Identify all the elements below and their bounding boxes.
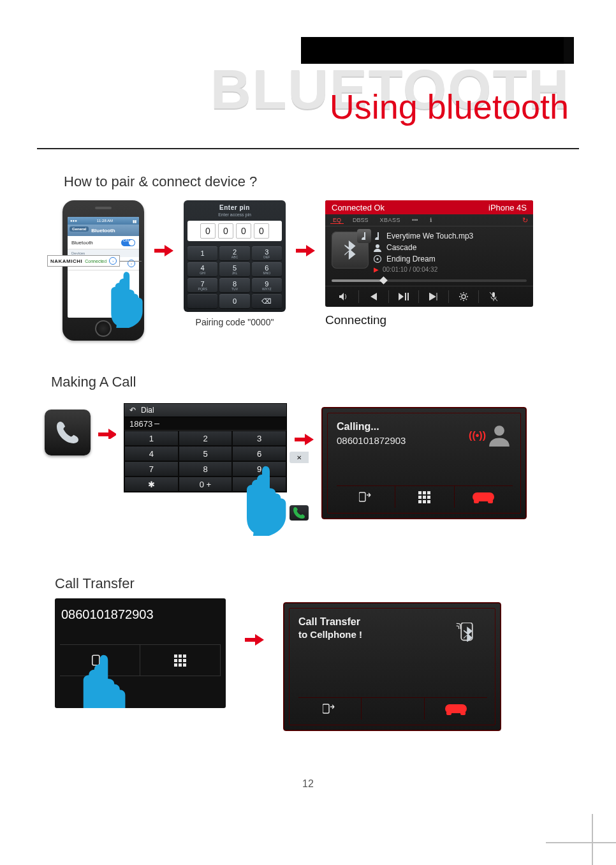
album-icon [374, 255, 381, 263]
tab-dbss[interactable]: DBSS [350, 217, 371, 223]
headunit-controls [325, 286, 533, 307]
hangup-button[interactable] [455, 486, 513, 508]
iphone-figure: ●●●11:28 AM▮▮ General Bluetooth Bluetoot… [62, 200, 144, 341]
chevron-right-icon: › [109, 257, 117, 265]
dialer-display: 18673 [124, 417, 286, 431]
dial-key-8[interactable]: 8 [179, 461, 233, 477]
ios-status-bar: ●●●11:28 AM▮▮ [68, 217, 139, 225]
phone-app-icon [45, 410, 91, 455]
pin-key-8[interactable]: 8TUV [219, 278, 249, 292]
ios-nav-title: Bluetooth [91, 228, 115, 233]
pin-key-2[interactable]: 2ABC [219, 246, 249, 260]
dial-key-6[interactable]: 6 [232, 446, 286, 461]
progress-bar[interactable] [332, 279, 527, 282]
transfer-source-panel: 0860101872903 [55, 598, 226, 708]
callout-status: Connected [85, 259, 106, 263]
page: { "header": { "ghost": "BLUETOOTH", "tit… [0, 0, 616, 865]
dial-key-7[interactable]: 7 [124, 461, 179, 477]
pin-keypad: 1 2ABC 3DEF 4GHI 5JKL 6MNO 7PQRS 8TUV 9W… [187, 246, 282, 308]
cellphone-icon [454, 623, 480, 642]
mic-mute-button[interactable] [479, 290, 508, 303]
pin-key-blank[interactable] [187, 294, 217, 308]
volume-button[interactable] [329, 290, 359, 303]
bluetooth-badge [332, 232, 369, 269]
pin-key-3[interactable]: 3DEF [252, 246, 282, 260]
pin-caption: Pairing code "0000" [184, 317, 286, 327]
dial-key-star[interactable]: ✱ [124, 477, 179, 492]
headunit-figure: Connected Ok iPhone 4S EQ DBSS XBASS •••… [325, 200, 533, 327]
headunit-caption: Connecting [325, 313, 533, 327]
tab-more[interactable]: ••• [409, 217, 420, 223]
tab-eq[interactable]: EQ [330, 217, 344, 224]
spacer [362, 698, 425, 720]
pin-key-9[interactable]: 9WXYZ [252, 278, 282, 292]
transfer-button[interactable] [298, 698, 362, 720]
caller-avatar: ((•)) [469, 425, 510, 447]
section-heading-call: Making A Call [51, 374, 136, 390]
tab-xbass[interactable]: XBASS [378, 217, 404, 223]
pin-key-4[interactable]: 4GHI [187, 262, 217, 276]
pin-digit-boxes: 0 0 0 0 [187, 221, 282, 241]
back-icon[interactable]: ↶ [129, 406, 136, 415]
enter-pin-figure: Enter pin Enter access pin 0 0 0 0 1 2AB… [184, 200, 286, 327]
hangup-icon [473, 492, 494, 501]
dial-key-1[interactable]: 1 [124, 431, 179, 446]
next-button[interactable] [419, 290, 449, 303]
pairing-row: ●●●11:28 AM▮▮ General Bluetooth Bluetoot… [62, 200, 578, 341]
device-callout: NAKAMICHI Connected › [47, 255, 120, 267]
pin-key-1[interactable]: 1 [187, 246, 217, 260]
transfer-result-panel: Call Transfer to Cellphone ! [283, 602, 501, 731]
play-pause-button[interactable] [389, 290, 419, 303]
section-heading-pair: How to pair & connect device ? [64, 174, 257, 190]
loop-icon[interactable]: ↻ [522, 216, 528, 225]
music-note-icon [374, 232, 381, 240]
transfer-button[interactable] [337, 486, 395, 508]
dialer-figure: ↶Dial 18673 1 2 3 4 5 6 7 8 9 ✱ 0 + # ✕ [124, 403, 287, 492]
keypad-icon [418, 491, 430, 503]
title-divider [37, 148, 579, 149]
keypad-button[interactable] [395, 486, 454, 508]
headunit-tabs: EQ DBSS XBASS ••• ℹ ↻ [325, 214, 533, 226]
page-corner-marks [546, 814, 616, 865]
artist-icon [374, 244, 381, 252]
dial-key-3[interactable]: 3 [232, 431, 286, 446]
arrow-right-icon [98, 429, 116, 439]
track-row[interactable]: Cascade [374, 243, 527, 252]
pin-subtitle: Enter access pin [187, 212, 282, 217]
track-row[interactable]: Ending Dream [374, 255, 527, 263]
pin-key-0[interactable]: 0 [219, 294, 249, 308]
backspace-button[interactable]: ✕ [290, 452, 309, 463]
pin-key-backspace[interactable]: ⌫ [252, 294, 282, 308]
music-note-icon [357, 229, 371, 243]
call-button[interactable] [290, 505, 309, 521]
pin-key-7[interactable]: 7PQRS [187, 278, 217, 292]
tab-info[interactable]: ℹ [427, 217, 434, 223]
signal-wave-icon: ((•)) [469, 430, 486, 441]
keypad-button[interactable] [140, 645, 221, 676]
pin-key-6[interactable]: 6MNO [252, 262, 282, 276]
hangup-icon [445, 704, 467, 713]
arrow-right-icon [296, 245, 315, 256]
connection-status: Connected Ok [332, 203, 385, 212]
arrow-right-icon [245, 634, 264, 646]
headunit-status-bar: Connected Ok iPhone 4S [325, 200, 533, 214]
hangup-button[interactable] [425, 698, 487, 720]
pin-key-5[interactable]: 5JKL [219, 262, 249, 276]
ios-back-button[interactable]: General [70, 226, 89, 232]
play-time: ▶00:01:10 / 00:04:32 [374, 266, 527, 273]
dial-key-5[interactable]: 5 [179, 446, 233, 461]
dial-key-2[interactable]: 2 [179, 431, 233, 446]
connected-device: iPhone 4S [488, 203, 527, 212]
track-row[interactable]: Everytime We Touch.mp3 [374, 232, 527, 240]
ios-bluetooth-toggle-row[interactable]: Bluetooth ON [68, 236, 139, 249]
touch-hand-icon [80, 653, 130, 708]
page-title: Using bluetooth [330, 87, 569, 126]
dial-key-0[interactable]: 0 + [179, 477, 233, 492]
settings-button[interactable] [449, 290, 479, 303]
dialer-title: Dial [141, 406, 154, 415]
prev-button[interactable] [359, 290, 389, 303]
calling-row: ↶Dial 18673 1 2 3 4 5 6 7 8 9 ✱ 0 + # ✕ [45, 403, 578, 519]
bluetooth-toggle[interactable]: ON [121, 239, 135, 246]
calling-panel: Calling... 0860101872903 ((•)) [321, 407, 527, 519]
dial-key-4[interactable]: 4 [124, 446, 179, 461]
